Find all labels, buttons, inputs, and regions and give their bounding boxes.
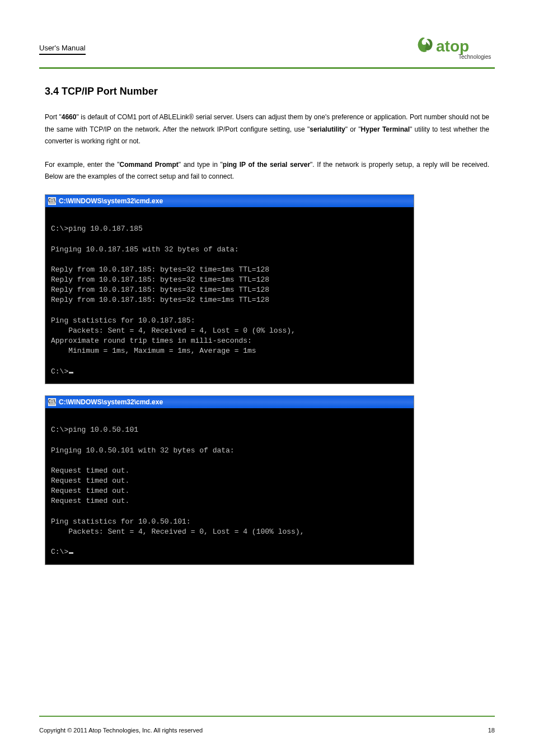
page-number: 18: [488, 727, 495, 734]
svg-text:Technologies: Technologies: [458, 54, 491, 60]
section-title: 3.4 TCP/IP Port Number: [45, 86, 489, 97]
terminal-title: C:\WINDOWS\system32\cmd.exe: [59, 398, 163, 406]
atop-logo: atop Technologies: [416, 34, 495, 62]
footer-divider: [39, 716, 495, 717]
terminal-window-success: C:\ C:\WINDOWS\system32\cmd.exe C:\>ping…: [45, 194, 414, 384]
terminal-output-fail: C:\>ping 10.0.50.101 Pinging 10.0.50.101…: [45, 408, 414, 564]
cursor-icon: [69, 372, 73, 374]
svg-text:atop: atop: [436, 38, 469, 55]
terminal-titlebar: C:\ C:\WINDOWS\system32\cmd.exe: [45, 195, 414, 207]
cursor-icon: [69, 552, 73, 554]
terminal-title: C:\WINDOWS\system32\cmd.exe: [59, 197, 163, 205]
terminal-titlebar: C:\ C:\WINDOWS\system32\cmd.exe: [45, 396, 414, 408]
paragraph-2: For example, enter the "Command Prompt" …: [45, 159, 489, 183]
page-header: User's Manual atop Technologies: [0, 0, 534, 67]
cmd-icon: C:\: [48, 398, 56, 406]
page-footer: Copyright © 2011 Atop Technologies, Inc.…: [39, 727, 495, 734]
cmd-icon: C:\: [48, 197, 56, 205]
page-content: 3.4 TCP/IP Port Number Port "4660" is de…: [0, 69, 534, 565]
manual-type-label: User's Manual: [39, 44, 86, 55]
terminal-output-success: C:\>ping 10.0.187.185 Pinging 10.0.187.1…: [45, 207, 414, 384]
terminal-window-fail: C:\ C:\WINDOWS\system32\cmd.exe C:\>ping…: [45, 395, 414, 565]
paragraph-1: Port "4660" is default of COM1 port of A…: [45, 111, 489, 148]
copyright-text: Copyright © 2011 Atop Technologies, Inc.…: [39, 727, 203, 734]
